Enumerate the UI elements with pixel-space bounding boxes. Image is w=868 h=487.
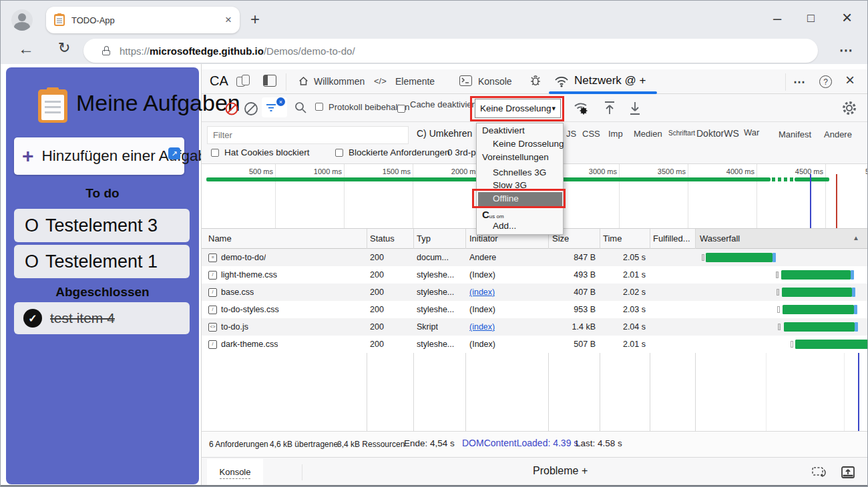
col-fulfilled[interactable]: Fulfilled...: [653, 233, 690, 244]
circle-icon[interactable]: O: [25, 215, 39, 236]
avatar[interactable]: [11, 9, 33, 31]
waterfall-bar: [781, 270, 851, 280]
refresh-icon[interactable]: ↻: [58, 39, 70, 57]
invert-filter-label[interactable]: C) Umkehren: [417, 128, 472, 139]
filter-chip-schriftart[interactable]: Schriftart: [668, 129, 695, 137]
active-tab-underline: [549, 91, 657, 94]
import-har-icon[interactable]: [602, 100, 617, 116]
waterfall-bar-cap: [854, 305, 857, 314]
add-task-button[interactable]: + Hinzufügen einer Aufgabe: [14, 137, 184, 175]
todo-item[interactable]: O Testelement 3: [14, 209, 190, 242]
maximize-button[interactable]: □: [807, 11, 815, 25]
tab-elemente[interactable]: Elemente: [395, 76, 435, 87]
devtools-more-icon[interactable]: ⋯: [793, 75, 805, 89]
device-emulation-icon[interactable]: [236, 75, 251, 88]
dock-side-icon[interactable]: [263, 75, 276, 87]
table-row[interactable]: /base.css 200 styleshe... (index) 407 B …: [202, 284, 868, 301]
clear-network-log-icon[interactable]: [243, 101, 259, 117]
waterfall-tick: [702, 254, 704, 261]
col-wasserfall[interactable]: Wasserfall: [700, 233, 740, 244]
waterfall-bar: [783, 305, 854, 314]
browser-tab[interactable]: TODO-App ×: [46, 7, 240, 33]
tab-willkommen[interactable]: Willkommen: [314, 76, 365, 87]
drawer-problems-label[interactable]: Probleme +: [533, 465, 588, 477]
table-row[interactable]: /dark-theme.css 200 styleshe... (Index) …: [202, 336, 868, 353]
tabbar-separator: [785, 73, 786, 91]
ruler-gridline: [825, 164, 826, 229]
table-row[interactable]: /to-do-styles.css 200 styleshe... (Index…: [202, 301, 868, 318]
filter-chip-medien[interactable]: Medien: [634, 129, 662, 139]
dcl-marker-line: [810, 174, 811, 229]
back-icon[interactable]: ←: [18, 39, 34, 58]
url-host: microsoftedge.github.io: [150, 45, 264, 57]
sort-arrow-icon[interactable]: ▲: [853, 234, 859, 241]
col-initiator[interactable]: Initiator: [469, 233, 498, 244]
todo-item-label: Testelement 3: [45, 215, 158, 236]
filter-chip-img[interactable]: Imp: [608, 129, 623, 139]
ruler-tick: 4000 ms: [726, 167, 754, 175]
search-icon[interactable]: [294, 101, 307, 114]
blocked-cookies-checkbox[interactable]: [211, 149, 219, 157]
done-item[interactable]: ✓ test item 4: [14, 302, 190, 334]
blocked-requests-checkbox[interactable]: [335, 149, 343, 157]
devtools-close-icon[interactable]: ×: [845, 71, 855, 89]
export-har-icon[interactable]: [628, 100, 642, 116]
done-heading: Abgeschlossen: [6, 285, 199, 300]
blocked-requests-label[interactable]: Blockierte Anforderungen: [349, 147, 450, 157]
done-item-label: test item 4: [50, 310, 115, 326]
tab-netzwerk[interactable]: Netzwerk @ +: [574, 74, 646, 87]
filter-chip-doktorws[interactable]: DoktorWS: [696, 128, 739, 139]
tab-close-icon[interactable]: ×: [225, 13, 232, 27]
menu-group-custom: Cus om: [482, 209, 504, 221]
rotate-device-icon[interactable]: [811, 464, 828, 480]
minimize-button[interactable]: –: [773, 10, 781, 27]
check-circle-icon[interactable]: ✓: [23, 309, 42, 328]
record-icon[interactable]: [224, 101, 239, 116]
tab-konsole[interactable]: Konsole: [478, 76, 512, 87]
table-row[interactable]: ≡demo-to-do/ 200 docum... Andere 847 B 2…: [202, 249, 868, 266]
network-conditions-icon[interactable]: [573, 101, 590, 115]
help-icon[interactable]: ?: [819, 75, 832, 88]
settings-gear-icon[interactable]: [841, 100, 857, 116]
col-time[interactable]: Time: [603, 233, 622, 244]
expand-panel-icon[interactable]: [840, 464, 856, 480]
summary-finish: Ende: 4,54 s: [404, 438, 455, 448]
col-name[interactable]: Name: [208, 233, 232, 244]
new-tab-button[interactable]: +: [250, 10, 260, 29]
todo-item[interactable]: O Testelement 1: [14, 245, 190, 278]
disable-cache-checkbox[interactable]: [397, 105, 405, 113]
url-path: /Demos/demo-to-do/: [264, 45, 355, 57]
network-summary-bar: 6 Anforderungen 4,6 kB übertragene 8,4 k…: [202, 431, 868, 457]
menu-item-no-throttling[interactable]: Keine Drosselung: [493, 139, 564, 149]
initiator-link[interactable]: (index): [469, 322, 495, 332]
circle-icon[interactable]: O: [25, 252, 39, 272]
filter-input[interactable]: [207, 126, 409, 144]
filter-chip-css[interactable]: CSS: [582, 129, 600, 139]
drawer-tab-konsole[interactable]: Konsole: [207, 459, 263, 487]
console-icon: [459, 75, 472, 86]
col-status[interactable]: Status: [370, 233, 395, 244]
close-window-button[interactable]: ×: [842, 7, 852, 28]
filter-chip-js[interactable]: JS: [566, 129, 576, 139]
ruler-gridline: [688, 164, 688, 229]
table-row[interactable]: <>to-do.js 200 Skript (index) 1.4 kB 2.0…: [202, 318, 868, 336]
bug-icon[interactable]: [529, 74, 542, 87]
blocked-cookies-label[interactable]: Hat Cookies blockiert: [224, 147, 310, 157]
overview-activity-bar-dotted: [772, 177, 795, 181]
table-row[interactable]: /light-theme.css 200 styleshe... (Index)…: [202, 266, 868, 284]
filter-toggle-icon[interactable]: ×: [262, 97, 287, 117]
drawer-separator: [302, 464, 302, 480]
col-typ[interactable]: Typ: [417, 233, 431, 244]
menu-item-add[interactable]: Add...: [493, 221, 516, 231]
inspect-ca-label[interactable]: CA: [210, 73, 228, 89]
menu-item-fast-3g[interactable]: Schnelles 3G: [493, 167, 546, 177]
col-size[interactable]: Size: [552, 233, 569, 244]
filter-chip-manifest[interactable]: Manifest: [779, 129, 811, 139]
filter-chip-war[interactable]: War: [744, 127, 759, 137]
preserve-log-checkbox[interactable]: [315, 103, 323, 111]
initiator-link[interactable]: (index): [469, 288, 495, 297]
address-bar[interactable]: https://microsoftedge.github.io/Demos/de…: [83, 39, 818, 63]
filter-chip-andere[interactable]: Andere: [824, 129, 852, 139]
waterfall-bar-cap: [773, 253, 776, 262]
browser-more-icon[interactable]: ⋯: [839, 42, 853, 58]
